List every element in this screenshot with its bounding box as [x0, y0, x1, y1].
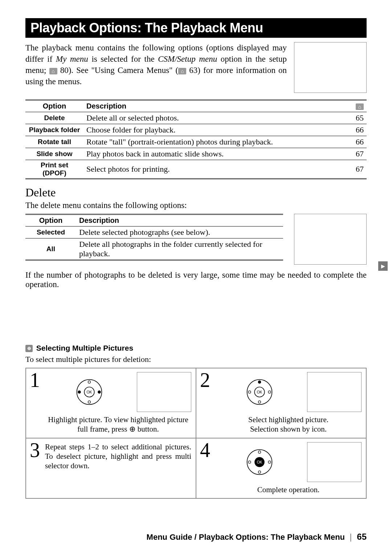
step-1-caption: Highlight picture. To view highlighted p…	[45, 415, 191, 434]
section-title: Playback Options: The Playback Menu	[25, 18, 367, 38]
svg-point-11	[248, 391, 251, 393]
confirm-delete-screenshot	[307, 442, 362, 482]
callout-intro: To select multiple pictures for deletion…	[25, 355, 367, 364]
delete-note: If the number of photographs to be delet…	[25, 270, 367, 289]
caption-line-1: Select highlighted picture.	[248, 415, 328, 424]
step-number: 1	[30, 370, 40, 390]
multi-selector-up-icon: OK	[244, 376, 275, 408]
opt-name: All	[25, 238, 76, 260]
opt-desc: Rotate "tall" (portrait-orientation) pho…	[83, 136, 352, 148]
intro-ref-1: 80). See "Using Camera Menus" (	[60, 66, 179, 75]
table-row: Selected Delete selected photographs (se…	[25, 227, 283, 238]
step-1: 1 OK Highlight picture. To view	[26, 368, 196, 438]
opt-page: 66	[352, 136, 367, 148]
page-footer: Menu Guide / Playback Options: The Playb…	[25, 532, 367, 542]
playback-menu-screenshot	[294, 42, 367, 93]
svg-point-18	[268, 461, 271, 463]
footer-breadcrumb: Menu Guide / Playback Options: The Playb…	[147, 532, 345, 542]
step-3: 3 Repeat steps 1–2 to select additional …	[26, 438, 196, 498]
svg-point-12	[268, 391, 271, 393]
delete-intro: The delete menu contains the following o…	[25, 201, 367, 210]
opt-desc: Delete all photographs in the folder cur…	[76, 238, 283, 260]
step-2: 2 OK Select highlighted picture.	[196, 368, 366, 438]
opt-name: Rotate tall	[25, 136, 83, 148]
playback-options-table: Option Description ⌂ Delete Delete all o…	[25, 99, 367, 179]
opt-page: 67	[352, 160, 367, 179]
intro-text-2: is selected for the	[88, 54, 158, 64]
caption-part-a: Highlight picture. To view highlighted p…	[48, 415, 188, 433]
callout-title-text: Selecting Multiple Pictures	[36, 344, 133, 352]
opt-name: Print set (DPOF)	[25, 160, 83, 179]
svg-point-19	[258, 451, 261, 453]
page-ref-icon: ⌂	[49, 68, 57, 74]
step-4-caption: Complete operation.	[215, 485, 362, 494]
step-number: 3	[30, 440, 40, 460]
col-option: Option	[25, 100, 83, 112]
thumbnail-grid-screenshot	[137, 372, 191, 412]
opt-name: Playback folder	[25, 124, 83, 136]
svg-point-20	[258, 471, 261, 473]
col-description: Description	[83, 100, 352, 112]
table-row: Rotate tall Rotate "tall" (portrait-orie…	[25, 136, 367, 148]
opt-desc: Delete selected photographs (see below).	[76, 227, 283, 238]
step-number: 2	[200, 370, 210, 390]
table-row: Playback folder Choose folder for playba…	[25, 124, 367, 136]
opt-name: Selected	[25, 227, 76, 238]
opt-desc: Delete all or selected photos.	[83, 112, 352, 124]
multi-selector-left-right-icon: OK	[74, 376, 105, 408]
svg-point-10	[258, 380, 261, 384]
delete-options-table: Option Description Selected Delete selec…	[25, 214, 283, 261]
zoom-button-icon: ⊕	[129, 425, 136, 433]
step-number: 4	[200, 440, 210, 460]
svg-point-17	[248, 461, 251, 463]
opt-name: Delete	[25, 112, 83, 124]
intro-italic-2: CSM/Setup menu	[158, 54, 217, 64]
intro-paragraph: The playback menu contains the following…	[25, 42, 287, 93]
svg-text:OK: OK	[257, 390, 262, 394]
page-number: 65	[357, 532, 367, 542]
opt-page: 67	[352, 148, 367, 160]
page-header-icon: ⌂	[356, 103, 364, 110]
table-row: Slide show Play photos back in automatic…	[25, 148, 367, 160]
page-ref-icon: ⌂	[178, 68, 186, 74]
table-row: All Delete all photographs in the folder…	[25, 238, 283, 260]
svg-text:OK: OK	[257, 460, 262, 464]
intro-italic-1: My menu	[56, 54, 88, 64]
steps-grid: 1 OK Highlight picture. To view	[25, 368, 367, 499]
step-3-body: Repeat steps 1–2 to select additional pi…	[45, 442, 191, 471]
opt-desc: Select photos for printing.	[83, 160, 352, 179]
svg-point-4	[98, 391, 101, 394]
table-row: Delete Delete all or selected photos. 65	[25, 112, 367, 124]
opt-page: 65	[352, 112, 367, 124]
table-row: Print set (DPOF) Select photos for print…	[25, 160, 367, 179]
caption-part-b: button.	[136, 425, 159, 433]
zoom-icon: ⊕	[25, 345, 33, 352]
svg-point-6	[88, 401, 90, 403]
playback-tab-icon: ▶	[378, 261, 388, 271]
opt-page: 66	[352, 124, 367, 136]
col-description: Description	[76, 215, 283, 227]
opt-desc: Choose folder for playback.	[83, 124, 352, 136]
callout-heading: ⊕ Selecting Multiple Pictures	[25, 344, 367, 352]
step-2-caption: Select highlighted picture. Selection sh…	[215, 415, 362, 434]
caption-line-2: Selection shown by icon.	[250, 425, 327, 433]
multi-selector-ok-icon: OK	[244, 446, 275, 478]
svg-text:OK: OK	[86, 390, 92, 394]
opt-desc: Play photos back in automatic slide show…	[83, 148, 352, 160]
delete-menu-screenshot	[294, 214, 367, 265]
col-option: Option	[25, 215, 76, 227]
selection-icon-screenshot	[307, 372, 362, 412]
delete-heading: Delete	[25, 186, 367, 199]
svg-point-5	[88, 381, 90, 383]
col-page-icon: ⌂	[352, 100, 367, 112]
svg-point-3	[78, 391, 81, 394]
opt-name: Slide show	[25, 148, 83, 160]
svg-point-13	[258, 401, 261, 403]
step-4: 4 OK Complete operation.	[196, 438, 366, 498]
footer-separator	[351, 534, 351, 542]
